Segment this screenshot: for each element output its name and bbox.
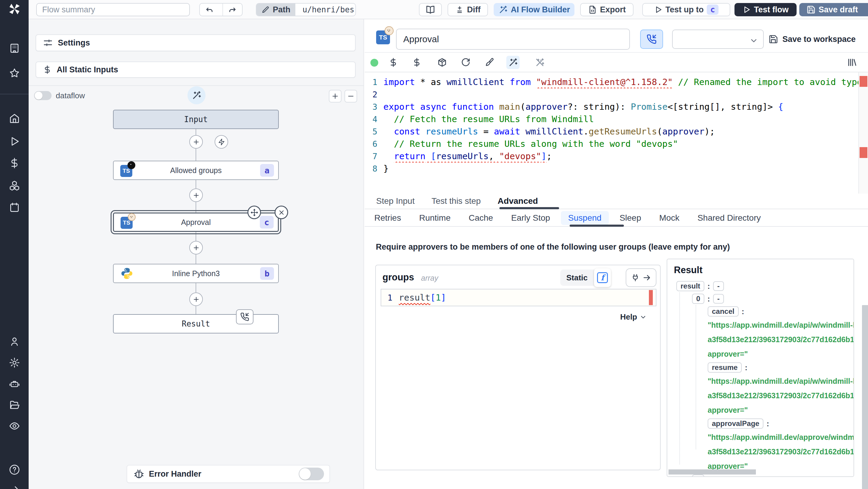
- code-line[interactable]: 2: [365, 88, 858, 101]
- ai-flow-builder-button[interactable]: AI Flow Builder: [494, 3, 575, 16]
- add-trigger-button[interactable]: [215, 135, 228, 149]
- save-icon: [807, 5, 815, 14]
- error-handler-label: Error Handler: [149, 469, 201, 479]
- tab-shared-directory[interactable]: Shared Directory: [698, 213, 761, 223]
- connect-input-button[interactable]: [626, 268, 656, 287]
- undo-button[interactable]: [200, 4, 219, 16]
- code-line[interactable]: 7 return [resumeUrls, "devops"];: [365, 150, 858, 162]
- step-editor-panel: TS Save to workspace 1import * as wmillC…: [365, 19, 868, 489]
- dataflow-toggle[interactable]: [34, 91, 52, 100]
- schedules-icon[interactable]: [8, 201, 21, 214]
- tab-retries[interactable]: Retries: [374, 213, 401, 223]
- code-line[interactable]: 1import * as wmillClient from "windmill-…: [365, 76, 858, 88]
- ai-graph-wand-button[interactable]: [187, 86, 206, 104]
- home-icon[interactable]: [8, 112, 21, 125]
- diff-button[interactable]: Diff: [447, 3, 488, 16]
- resources-icon[interactable]: [8, 179, 21, 192]
- windmill-logo-icon[interactable]: [8, 2, 21, 16]
- add-step-button[interactable]: [189, 188, 203, 202]
- active-tab-underline: [499, 207, 559, 209]
- step-name-input[interactable]: [396, 29, 630, 50]
- zoom-out-button[interactable]: [344, 90, 357, 102]
- format-brush-icon-button[interactable]: [483, 56, 496, 69]
- favorites-star-icon[interactable]: [8, 67, 21, 80]
- flow-node-allowed-groups[interactable]: TS Allowed groups a: [113, 161, 279, 180]
- save-to-workspace-button[interactable]: Save to workspace: [769, 31, 856, 47]
- add-step-button[interactable]: [189, 241, 203, 254]
- audit-eye-icon[interactable]: [8, 419, 21, 433]
- variables-icon[interactable]: [8, 156, 21, 170]
- tab-step-input[interactable]: Step Input: [376, 196, 415, 206]
- reload-icon-button[interactable]: [459, 56, 472, 69]
- collapse-button[interactable]: -: [713, 294, 724, 304]
- tab-suspend[interactable]: Suspend: [561, 211, 609, 225]
- help-icon[interactable]: [8, 463, 21, 476]
- tab-sleep[interactable]: Sleep: [620, 213, 641, 223]
- error-handler-toggle[interactable]: [299, 467, 324, 480]
- wand-icon: [498, 5, 508, 14]
- panel-vertical-scrollbar[interactable]: [862, 305, 868, 489]
- json-url-line: a3f58d13e212/3963172903/2c77d162d6b17395…: [674, 332, 854, 347]
- zoom-in-button[interactable]: [329, 90, 341, 102]
- tab-mock[interactable]: Mock: [659, 213, 679, 223]
- json-row[interactable]: result:-: [674, 280, 854, 293]
- test-up-to-button[interactable]: Test up to c: [642, 3, 730, 16]
- code-line[interactable]: 4 // Fetch the resume URLs from Windmill: [365, 113, 858, 125]
- package-icon-button[interactable]: [435, 56, 449, 69]
- settings-gear-icon[interactable]: [8, 356, 21, 369]
- flow-node-inline-python3[interactable]: Inline Python3 b: [113, 264, 279, 283]
- expression-mode-button[interactable]: f: [594, 268, 611, 287]
- static-inputs-icon-button[interactable]: [387, 56, 400, 69]
- node-id-badge: a: [260, 164, 274, 177]
- flow-settings-button[interactable]: Settings: [36, 34, 355, 51]
- code-editor[interactable]: 1import * as wmillClient from "windmill-…: [365, 72, 868, 193]
- code-line[interactable]: 8}: [365, 162, 858, 175]
- workers-bot-icon[interactable]: [8, 377, 21, 390]
- flow-summary-input[interactable]: [36, 3, 190, 16]
- variables-icon-button[interactable]: [410, 56, 424, 69]
- save-draft-button[interactable]: Save draft: [799, 3, 868, 16]
- tab-cache[interactable]: Cache: [469, 213, 493, 223]
- json-row[interactable]: approvalPage:: [674, 417, 854, 430]
- test-flow-button[interactable]: Test flow: [735, 3, 797, 16]
- json-row[interactable]: 0:-: [674, 293, 854, 305]
- error-handler-card[interactable]: Error Handler: [127, 465, 330, 483]
- json-row[interactable]: resume:: [674, 361, 854, 374]
- ai-wand-off-icon-button[interactable]: [533, 56, 547, 69]
- delete-node-button[interactable]: [275, 206, 288, 219]
- groups-expression-editor[interactable]: 1 result[1]: [381, 289, 656, 306]
- json-row[interactable]: cancel:: [674, 305, 854, 318]
- result-horizontal-scrollbar[interactable]: [669, 469, 756, 475]
- workspace-icon[interactable]: [8, 41, 21, 55]
- all-static-inputs-button[interactable]: All Static Inputs: [36, 61, 355, 78]
- code-line[interactable]: 3export async function main(approver?: s…: [365, 101, 858, 113]
- collapse-arrow-icon[interactable]: [8, 483, 21, 489]
- flow-input-node[interactable]: Input: [113, 110, 279, 129]
- result-json-tree[interactable]: result:-0:-cancel:"https://app.windmill.…: [674, 280, 854, 477]
- path-value[interactable]: u/henri/bes: [299, 5, 355, 14]
- runs-icon[interactable]: [8, 135, 21, 148]
- code-line[interactable]: 6 // Return the resume URLs along with t…: [365, 138, 858, 150]
- path-button[interactable]: Path: [256, 4, 296, 16]
- tab-test-this-step[interactable]: Test this step: [432, 196, 481, 206]
- code-line[interactable]: 5 const resumeUrls = await wmillClient.g…: [365, 125, 858, 138]
- user-icon[interactable]: [8, 335, 21, 348]
- move-node-button[interactable]: [247, 206, 261, 219]
- flow-result-node[interactable]: Result: [113, 314, 279, 333]
- collapse-button[interactable]: -: [713, 281, 724, 291]
- docs-button[interactable]: [419, 3, 442, 16]
- suspend-approval-indicator[interactable]: [236, 309, 253, 325]
- tab-advanced[interactable]: Advanced: [498, 196, 538, 206]
- export-button[interactable]: Export: [580, 3, 633, 16]
- add-step-button[interactable]: [189, 135, 203, 149]
- tab-runtime[interactable]: Runtime: [419, 213, 451, 223]
- redo-button[interactable]: [222, 4, 242, 16]
- suspend-phone-button[interactable]: [640, 30, 663, 49]
- add-step-button[interactable]: [189, 293, 203, 306]
- ai-wand-icon-button[interactable]: [506, 56, 520, 69]
- kind-select[interactable]: [672, 30, 764, 49]
- library-icon-button[interactable]: [845, 56, 858, 69]
- help-dropdown[interactable]: Help: [620, 312, 647, 322]
- tab-early-stop[interactable]: Early Stop: [511, 213, 550, 223]
- folders-icon[interactable]: [8, 398, 21, 411]
